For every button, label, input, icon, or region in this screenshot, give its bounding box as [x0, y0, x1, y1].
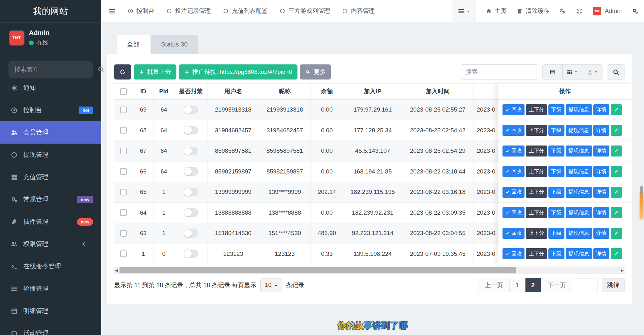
home-link[interactable]: 主页	[486, 7, 507, 15]
ban-toggle[interactable]	[184, 167, 198, 176]
action-上下分-button[interactable]: 上下分	[526, 125, 547, 136]
sidebar-item[interactable]: 充值管理	[0, 166, 101, 188]
action-上下分-button[interactable]: 上下分	[526, 146, 547, 157]
action-回收-button[interactable]: 回收	[502, 248, 525, 259]
page-number-button[interactable]: 1	[510, 278, 525, 292]
action-下级-button[interactable]: 下级	[548, 207, 564, 218]
page-number-button[interactable]: 2	[525, 278, 541, 292]
sidebar-item[interactable]: 在线命令管理	[0, 255, 101, 277]
column-header[interactable]: Pid	[154, 84, 174, 99]
action-提现信息-button[interactable]: 提现信息	[566, 104, 592, 115]
clear-cache-button[interactable]: 清除缓存	[517, 7, 549, 15]
next-page-button[interactable]: 下一页	[541, 278, 572, 292]
action-下级-button[interactable]: 下级	[548, 228, 564, 239]
action-回收-button[interactable]: 回收	[502, 166, 525, 177]
action-下级-button[interactable]: 下级	[548, 166, 564, 177]
action-上下分-button[interactable]: 上下分	[526, 248, 547, 259]
admin-menu[interactable]: TNT Admin	[593, 7, 622, 15]
row-checkbox[interactable]	[120, 230, 127, 237]
action-详情-button[interactable]: 详情	[593, 125, 609, 136]
sidebar-item[interactable]: 常规管理new	[0, 188, 101, 211]
sidebar-item[interactable]: 明细管理	[0, 300, 101, 322]
action-回收-button[interactable]: 回收	[502, 104, 525, 115]
topnav-tab[interactable]: 内容管理	[342, 7, 375, 15]
sidebar-item[interactable]: 控制台hot	[0, 99, 101, 121]
fullscreen-icon[interactable]	[576, 8, 583, 14]
topnav-tab[interactable]: 投注记录管理	[166, 7, 211, 15]
view-tab[interactable]: Status 30	[151, 35, 198, 54]
action-edit-button[interactable]	[611, 125, 622, 136]
action-edit-button[interactable]	[611, 104, 622, 115]
action-回收-button[interactable]: 回收	[502, 228, 525, 239]
action-edit-button[interactable]	[611, 187, 622, 198]
action-详情-button[interactable]: 详情	[593, 104, 609, 115]
action-下级-button[interactable]: 下级	[548, 125, 564, 136]
action-回收-button[interactable]: 回收	[502, 125, 525, 136]
action-提现信息-button[interactable]: 提现信息	[566, 248, 592, 259]
ban-toggle[interactable]	[184, 229, 198, 238]
action-详情-button[interactable]: 详情	[593, 248, 609, 259]
ban-toggle[interactable]	[184, 208, 198, 217]
columns-button[interactable]	[563, 65, 582, 79]
row-checkbox[interactable]	[120, 209, 127, 216]
avatar[interactable]: TNT	[9, 31, 24, 45]
sidebar-item[interactable]: 权限管理	[0, 233, 101, 255]
refresh-button[interactable]	[114, 64, 131, 80]
action-下级-button[interactable]: 下级	[548, 248, 564, 259]
select-all-checkbox[interactable]	[120, 88, 127, 95]
page-size-dropdown[interactable]: 10	[260, 278, 282, 292]
jump-button[interactable]: 跳转	[602, 278, 625, 292]
action-详情-button[interactable]: 详情	[593, 187, 609, 198]
action-edit-button[interactable]	[611, 166, 622, 177]
action-提现信息-button[interactable]: 提现信息	[566, 125, 592, 136]
row-checkbox[interactable]	[120, 107, 127, 113]
action-详情-button[interactable]: 详情	[593, 146, 609, 157]
menu-search-input[interactable]	[14, 66, 97, 73]
column-header[interactable]: 昵称	[259, 84, 311, 99]
action-下级-button[interactable]: 下级	[548, 104, 564, 115]
action-下级-button[interactable]: 下级	[548, 146, 564, 157]
sidebar-item[interactable]: 轮播管理	[0, 277, 101, 300]
topnav-tab[interactable]: 控制台	[128, 7, 154, 15]
more-button[interactable]: 更多	[300, 64, 331, 80]
scrollbar-track[interactable]	[119, 267, 620, 274]
action-回收-button[interactable]: 回收	[502, 207, 525, 218]
sidebar-item[interactable]: 活动管理	[0, 322, 101, 335]
sidebar-item[interactable]: 通知	[0, 77, 101, 99]
sidebar-item[interactable]: 提现管理	[0, 144, 101, 166]
topnav-tab[interactable]: 充值列表配置	[223, 7, 268, 15]
settings-gear-icon[interactable]	[632, 8, 638, 14]
action-回收-button[interactable]: 回收	[502, 146, 525, 157]
action-edit-button[interactable]	[611, 228, 622, 239]
topnav-tab[interactable]: 三方游戏列管理	[280, 7, 330, 15]
row-checkbox[interactable]	[120, 250, 127, 257]
export-button[interactable]	[582, 65, 602, 79]
action-上下分-button[interactable]: 上下分	[526, 228, 547, 239]
column-header[interactable]: ID	[133, 84, 154, 99]
translate-icon[interactable]	[559, 8, 566, 14]
ban-toggle[interactable]	[184, 106, 198, 114]
nav-list-dropdown[interactable]	[452, 0, 476, 22]
action-上下分-button[interactable]: 上下分	[526, 207, 547, 218]
action-提现信息-button[interactable]: 提现信息	[566, 228, 592, 239]
hamburger-icon[interactable]	[108, 8, 116, 15]
column-header[interactable]: 余额	[311, 84, 343, 99]
action-edit-button[interactable]	[611, 248, 622, 259]
column-header[interactable]: 加入时间	[402, 84, 474, 99]
action-提现信息-button[interactable]: 提现信息	[566, 146, 592, 157]
row-checkbox[interactable]	[120, 168, 127, 175]
scroll-right-arrow-icon[interactable]: ▶	[620, 268, 625, 272]
view-tab[interactable]: 全部	[117, 35, 150, 54]
ban-toggle[interactable]	[184, 147, 198, 155]
action-上下分-button[interactable]: 上下分	[526, 166, 547, 177]
ban-toggle[interactable]	[184, 250, 198, 258]
action-上下分-button[interactable]: 上下分	[526, 104, 547, 115]
row-checkbox[interactable]	[120, 127, 127, 134]
prev-page-button[interactable]: 上一页	[478, 278, 510, 292]
action-详情-button[interactable]: 详情	[593, 166, 609, 177]
action-回收-button[interactable]: 回收	[502, 187, 525, 198]
column-header[interactable]: 是否封禁	[174, 84, 208, 99]
scroll-left-arrow-icon[interactable]: ◀	[114, 268, 119, 272]
jump-page-input[interactable]	[577, 278, 597, 292]
table-search-input[interactable]	[461, 64, 538, 80]
